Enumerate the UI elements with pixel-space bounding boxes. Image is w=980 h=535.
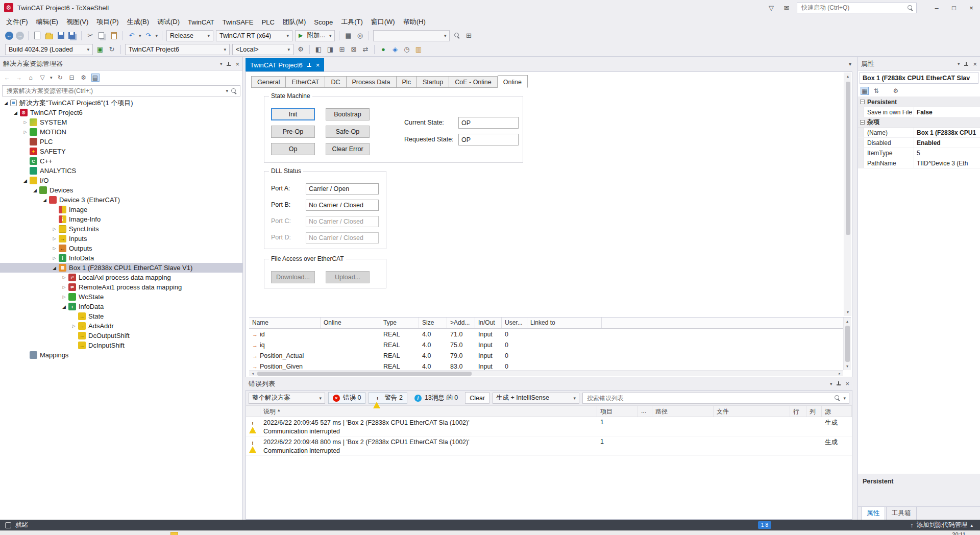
menu-item[interactable]: 帮助(H)	[399, 16, 430, 28]
taskbar-folder-icon[interactable]	[170, 532, 178, 535]
error-column-2[interactable]: 项目	[597, 406, 638, 417]
menu-item[interactable]: PLC	[257, 17, 278, 28]
realtime-monitor-icon[interactable]: ◷	[402, 45, 411, 54]
close-panel-icon[interactable]: ×	[845, 380, 849, 387]
safety-verify-icon[interactable]: ▥	[414, 45, 423, 54]
tree-item[interactable]: CC++	[0, 156, 242, 166]
redo-dropdown-icon[interactable]: ▾	[156, 33, 158, 38]
tree-item[interactable]: →State	[0, 311, 242, 321]
close-panel-icon[interactable]: ×	[235, 60, 239, 68]
variable-row[interactable]: →iqREAL4.075.0Input0	[249, 339, 851, 350]
refresh-icon[interactable]: ↻	[56, 74, 64, 82]
state-op-button[interactable]: Op	[271, 143, 315, 155]
collapsed-arrow-icon[interactable]: ▷	[21, 130, 29, 134]
open-file-icon[interactable]	[44, 31, 54, 40]
menu-item[interactable]: Scope	[310, 17, 337, 28]
project-combo[interactable]: TwinCAT Project6▾	[125, 44, 230, 55]
expanded-arrow-icon[interactable]: ◢	[41, 198, 48, 203]
expanded-arrow-icon[interactable]: ◢	[12, 110, 19, 115]
sync-icon[interactable]: ⇄	[361, 45, 370, 54]
error-entry[interactable]: 2022/6/22 20:09:48 800 ms | 'Box 2 (F283…	[246, 436, 852, 456]
activate-config-icon[interactable]: ▣	[95, 45, 105, 54]
preview-selected-icon[interactable]: ▤	[91, 74, 100, 82]
categorized-icon[interactable]: ▦	[861, 87, 869, 95]
minimize-button[interactable]: –	[928, 0, 945, 15]
scan-devices-icon[interactable]: ⊠	[349, 45, 358, 54]
menu-item[interactable]: 调试(D)	[153, 16, 184, 28]
navigate-back-icon[interactable]: ←	[5, 32, 13, 40]
device-tab-online[interactable]: Online	[498, 75, 528, 88]
collapse-all-icon[interactable]: ⊟	[68, 74, 76, 82]
solution-search-input[interactable]	[6, 87, 223, 95]
redo-icon[interactable]: ↷	[144, 31, 153, 40]
tree-item[interactable]: Image	[0, 205, 242, 214]
tree-item[interactable]: PLC	[0, 137, 242, 147]
collapsed-arrow-icon[interactable]: ▷	[60, 295, 68, 299]
filter-dropdown-icon[interactable]: ▾	[50, 75, 53, 80]
tree-item[interactable]: +SAFETY	[0, 147, 242, 156]
device-tab-dc[interactable]: DC	[325, 76, 346, 88]
search-dropdown-icon[interactable]: ▾	[226, 88, 228, 93]
tab-properties[interactable]: 属性	[861, 507, 885, 520]
tree-item[interactable]: ▷WcState	[0, 292, 242, 302]
errors-filter-button[interactable]: ×错误 0	[328, 392, 365, 404]
error-list-header[interactable]: 错误列表 ▾ ×	[246, 377, 852, 390]
close-panel-icon[interactable]: ×	[973, 60, 977, 68]
menu-item[interactable]: 项目(P)	[92, 16, 122, 28]
forward-icon[interactable]: →	[15, 74, 23, 82]
menu-item[interactable]: 团队(M)	[279, 16, 310, 28]
back-icon[interactable]: ←	[3, 74, 11, 82]
new-file-icon[interactable]	[33, 31, 42, 40]
target-browser-icon[interactable]: ◎	[355, 31, 364, 40]
port-status-field[interactable]	[306, 232, 379, 244]
home-icon[interactable]: ⌂	[27, 74, 35, 82]
tree-item[interactable]: ▷⇄LocalAxi process data mapping	[0, 273, 242, 282]
menu-item[interactable]: 文件(F)	[2, 16, 32, 28]
tree-item[interactable]: ◢iInfoData	[0, 302, 242, 311]
tree-item[interactable]: Mappings	[0, 350, 242, 360]
maximize-button[interactable]: □	[945, 0, 963, 15]
menu-item[interactable]: 窗口(W)	[367, 16, 399, 28]
quick-launch[interactable]	[797, 3, 917, 13]
target-system-combo[interactable]: <Local>▾	[232, 44, 293, 55]
grid-column-header[interactable]: Online	[321, 318, 380, 328]
error-column-5[interactable]: 文件	[714, 406, 790, 417]
expanded-arrow-icon[interactable]: ◢	[21, 178, 29, 183]
collapsed-arrow-icon[interactable]: ▷	[51, 236, 58, 241]
property-value[interactable]: False	[914, 107, 980, 117]
device-tab-process-data[interactable]: Process Data	[347, 76, 397, 88]
error-search-input[interactable]	[586, 394, 831, 402]
device-tab-ethercat[interactable]: EtherCAT	[286, 76, 325, 88]
property-value[interactable]: Box 1 (F2838x CPU1	[914, 128, 980, 137]
collapsed-arrow-icon[interactable]: ▷	[51, 246, 58, 251]
grid-column-header[interactable]: In/Out	[475, 318, 502, 328]
twincat-status-badge[interactable]: 1 8	[758, 521, 771, 529]
grid-column-header[interactable]: Size	[419, 318, 447, 328]
cut-icon[interactable]: ✂	[86, 31, 95, 40]
property-value[interactable]: TIID^Device 3 (Eth	[914, 158, 980, 168]
document-list-chevron-icon[interactable]: ▾	[849, 61, 851, 67]
requested-state-field[interactable]	[458, 134, 519, 145]
tree-item[interactable]: ▷→Inputs	[0, 234, 242, 244]
device-tab-startup[interactable]: Startup	[417, 76, 449, 88]
run-mode-icon[interactable]: ●	[379, 45, 388, 54]
warnings-filter-button[interactable]: 警告 2	[369, 392, 407, 404]
pin-icon[interactable]	[307, 62, 312, 68]
error-source-combo[interactable]: 生成 + IntelliSense▾	[493, 393, 579, 404]
expanded-arrow-icon[interactable]: ◢	[2, 101, 10, 106]
upload-button[interactable]: Upload...	[326, 271, 370, 283]
properties-wrench-icon[interactable]: ⚙	[80, 74, 88, 82]
current-state-field[interactable]	[458, 117, 519, 129]
close-button[interactable]: ×	[963, 0, 980, 15]
paste-icon[interactable]	[109, 31, 118, 40]
toggle-free-run-icon[interactable]: ◧	[314, 45, 323, 54]
alphabetical-sort-icon[interactable]: ⇅	[872, 87, 880, 95]
messages-filter-button[interactable]: i13消息 的 0	[410, 392, 462, 404]
chevron-down-icon[interactable]: ▾	[958, 61, 960, 66]
property-value[interactable]: Enabled	[914, 138, 980, 148]
source-control-button[interactable]: ↑ 添加到源代码管理 ▴	[910, 520, 973, 530]
error-column-7[interactable]: 列	[806, 406, 822, 417]
state-pre-op-button[interactable]: Pre-Op	[271, 126, 315, 138]
grid-column-header[interactable]: Linked to	[527, 318, 602, 328]
tree-item[interactable]: iImage-Info	[0, 214, 242, 224]
